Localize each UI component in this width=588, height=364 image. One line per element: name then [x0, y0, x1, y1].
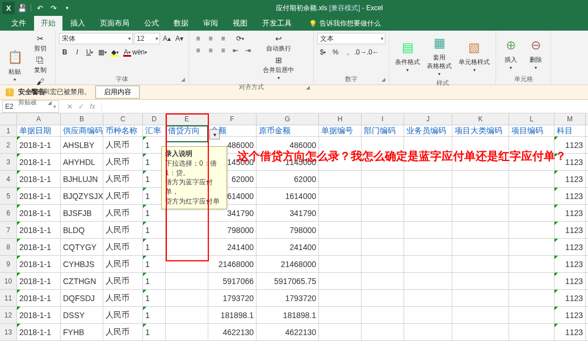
cell[interactable]: [166, 324, 208, 340]
header-cell[interactable]: 单据编号: [319, 125, 362, 136]
cell[interactable]: 4622130: [208, 324, 257, 340]
decrease-indent-icon[interactable]: ⇤: [230, 45, 241, 56]
excel-icon[interactable]: X: [2, 2, 15, 14]
cell[interactable]: [509, 222, 555, 238]
align-middle-icon[interactable]: ≡: [205, 33, 216, 44]
cell[interactable]: [319, 188, 362, 204]
cell[interactable]: 1123: [555, 307, 586, 323]
cell[interactable]: 人民币: [103, 273, 143, 289]
cell[interactable]: 798000: [257, 222, 319, 238]
cell[interactable]: 181898.1: [257, 307, 319, 323]
header-cell[interactable]: 汇率: [143, 125, 166, 136]
cell[interactable]: 人民币: [103, 307, 143, 323]
confirm-formula-icon[interactable]: ✓: [76, 103, 86, 111]
cell[interactable]: [452, 222, 509, 238]
cell[interactable]: [362, 171, 404, 187]
cell[interactable]: [319, 222, 362, 238]
format-as-table-button[interactable]: ▦套用 表格格式▾: [425, 33, 454, 78]
header-cell[interactable]: 科目: [555, 125, 586, 136]
cell[interactable]: [362, 256, 404, 272]
cell[interactable]: 2018-1-1: [17, 256, 61, 272]
cell[interactable]: [362, 222, 404, 238]
fill-color-button[interactable]: ◆▾: [109, 46, 120, 58]
wrap-text-button[interactable]: ↩自动换行: [261, 33, 296, 54]
cell[interactable]: [452, 324, 509, 340]
cell[interactable]: 1: [143, 256, 166, 272]
cell[interactable]: 1: [143, 290, 166, 306]
cell[interactable]: 1123: [555, 205, 586, 221]
cell[interactable]: 1123: [555, 188, 586, 204]
percent-format-icon[interactable]: %: [330, 46, 341, 58]
align-right-icon[interactable]: ≡: [217, 45, 229, 56]
cell[interactable]: BJQZYSJX: [61, 188, 103, 204]
col-header-G[interactable]: G: [257, 113, 319, 125]
cell[interactable]: [404, 290, 452, 306]
cell[interactable]: [166, 239, 208, 255]
row-header[interactable]: 6: [0, 205, 17, 221]
cell[interactable]: 人民币: [103, 222, 143, 238]
cell[interactable]: [319, 171, 362, 187]
cell[interactable]: [319, 205, 362, 221]
cell[interactable]: 1123: [555, 273, 586, 289]
cell[interactable]: 人民币: [103, 188, 143, 204]
cell[interactable]: FYHB: [61, 324, 103, 340]
cell[interactable]: [452, 273, 509, 289]
cell[interactable]: 1123: [555, 222, 586, 238]
col-header-D[interactable]: D: [143, 113, 166, 125]
cell[interactable]: CZTHGN: [61, 273, 103, 289]
cell[interactable]: CYHBJS: [61, 256, 103, 272]
cell[interactable]: [166, 273, 208, 289]
cell[interactable]: 人民币: [103, 239, 143, 255]
dialog-launcher-icon[interactable]: ◢: [381, 77, 385, 82]
font-color-button[interactable]: A▾: [121, 46, 133, 58]
cell[interactable]: DSSY: [61, 307, 103, 323]
phonetic-button[interactable]: wén▾: [134, 46, 145, 58]
border-button[interactable]: ▦▾: [96, 46, 108, 58]
underline-button[interactable]: U▾: [84, 46, 95, 58]
cell[interactable]: [404, 273, 452, 289]
col-header-J[interactable]: J: [404, 113, 452, 125]
cell[interactable]: [404, 205, 452, 221]
redo-icon[interactable]: ↷: [47, 2, 60, 14]
cell[interactable]: 1793720: [257, 290, 319, 306]
cell[interactable]: 5917065.75: [257, 273, 319, 289]
cell[interactable]: [362, 324, 404, 340]
decrease-decimal-icon[interactable]: .0←: [367, 46, 379, 58]
cell[interactable]: [452, 290, 509, 306]
tab-home[interactable]: 开始: [34, 16, 62, 31]
cell[interactable]: 21468000: [257, 256, 319, 272]
insert-button[interactable]: ⊕插入▾: [499, 33, 522, 74]
row-header[interactable]: 12: [0, 307, 17, 323]
cell[interactable]: BJSFJB: [61, 205, 103, 221]
tab-insert[interactable]: 插入: [64, 16, 92, 31]
cell[interactable]: [404, 239, 452, 255]
cell[interactable]: AHSLBY: [61, 137, 103, 153]
cell[interactable]: 798000: [208, 222, 257, 238]
col-header-I[interactable]: I: [362, 113, 404, 125]
cell[interactable]: 2018-1-1: [17, 324, 61, 340]
cell[interactable]: 2018-1-1: [17, 273, 61, 289]
cell[interactable]: 人民币: [103, 137, 143, 153]
cell[interactable]: 1123: [555, 239, 586, 255]
cell[interactable]: 2018-1-1: [17, 239, 61, 255]
cell[interactable]: [509, 290, 555, 306]
cell[interactable]: [404, 188, 452, 204]
row-header[interactable]: 9: [0, 256, 17, 272]
cell[interactable]: 人民币: [103, 290, 143, 306]
cell[interactable]: [166, 222, 208, 238]
cell[interactable]: 1: [143, 324, 166, 340]
cell[interactable]: [452, 205, 509, 221]
cell[interactable]: [404, 171, 452, 187]
cell[interactable]: 1123: [555, 256, 586, 272]
tab-layout[interactable]: 页面布局: [93, 16, 136, 31]
cell[interactable]: 人民币: [103, 324, 143, 340]
select-all-corner[interactable]: [0, 113, 17, 125]
align-left-icon[interactable]: ≡: [192, 45, 204, 56]
comma-format-icon[interactable]: ,: [342, 46, 354, 58]
cell[interactable]: 1: [143, 239, 166, 255]
cell[interactable]: 5917066: [208, 273, 257, 289]
col-header-L[interactable]: L: [509, 113, 555, 125]
cell[interactable]: AHYHDL: [61, 154, 103, 170]
cell[interactable]: [166, 290, 208, 306]
col-header-K[interactable]: K: [452, 113, 509, 125]
